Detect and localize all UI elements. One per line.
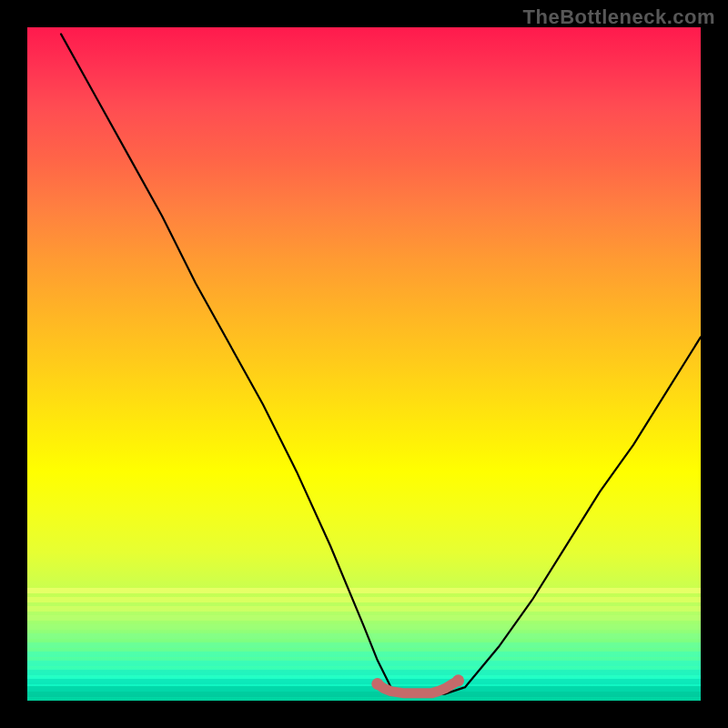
optimal-band-end-dot <box>452 674 464 686</box>
bottleneck-curve-path <box>61 34 701 693</box>
gradient-scanlines <box>27 27 701 701</box>
optimal-band-start-dot <box>371 678 383 690</box>
chart-stage: TheBottleneck.com <box>0 0 728 728</box>
plot-area <box>27 27 701 701</box>
optimal-band-path <box>378 681 459 693</box>
curve-svg <box>27 27 701 701</box>
watermark-text: TheBottleneck.com <box>523 5 715 29</box>
